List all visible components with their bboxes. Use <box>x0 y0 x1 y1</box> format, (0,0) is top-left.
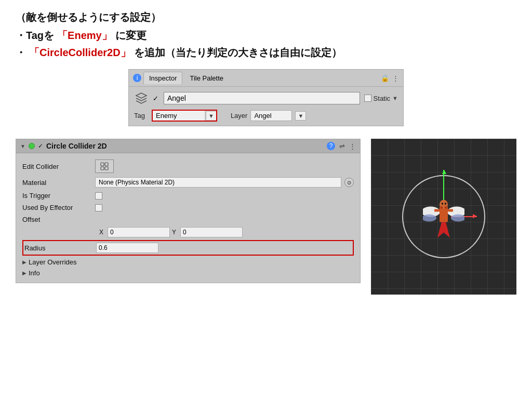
edit-collider-btn[interactable] <box>95 159 114 173</box>
collider-header-icons: ? ⇌ ⋮ <box>327 142 356 150</box>
svg-rect-13 <box>445 203 446 205</box>
is-trigger-value <box>95 192 354 200</box>
collider-header: ▼ ✓ Circle Collider 2D ? ⇌ ⋮ <box>16 139 360 153</box>
collapse-triangle-icon[interactable]: ▼ <box>20 143 25 149</box>
info-label: Info <box>29 269 40 277</box>
edit-collider-value <box>95 159 354 173</box>
offset-row: Offset <box>22 214 354 225</box>
game-view <box>371 139 516 295</box>
x-coord-label: X <box>99 229 105 236</box>
tag-input[interactable] <box>153 111 205 121</box>
xy-input-group: X Y <box>99 227 354 237</box>
bullet2-prefix: ・ <box>16 46 26 60</box>
game-view-inner <box>371 139 516 295</box>
static-label: Static <box>374 95 391 102</box>
collider-menu-icon[interactable]: ⋮ <box>349 142 356 150</box>
collider-title: Circle Collider 2D <box>46 142 107 150</box>
is-trigger-row: Is Trigger <box>22 190 354 202</box>
bullet-item-2: ・ 「CircleCollider2D」 を追加（当たり判定の大きさは自由に設定… <box>16 46 516 60</box>
svg-rect-11 <box>448 209 453 212</box>
used-by-effector-label: Used By Effector <box>22 204 95 211</box>
material-input[interactable] <box>95 177 341 188</box>
y-input[interactable] <box>180 227 243 237</box>
layer-label: Layer <box>231 112 248 119</box>
info-arrow-icon: ▶ <box>22 270 26 276</box>
bottom-section: ▼ ✓ Circle Collider 2D ? ⇌ ⋮ Edit Collid… <box>16 139 516 295</box>
svg-rect-12 <box>442 203 443 205</box>
used-by-effector-value <box>95 204 354 211</box>
inspector-tab-icons: 🔒 ⋮ <box>381 74 399 82</box>
inspector-name-row: ✓ Static ▼ <box>134 91 398 105</box>
edit-collider-label: Edit Collider <box>22 163 95 170</box>
layer-input[interactable] <box>250 110 292 121</box>
layer-overrides-arrow-icon: ▶ <box>22 259 26 265</box>
object-name-input[interactable] <box>164 92 360 104</box>
is-trigger-label: Is Trigger <box>22 192 95 200</box>
tab-inspector[interactable]: Inspector <box>143 72 182 84</box>
layer-overrides-row[interactable]: ▶ Layer Overrides <box>22 257 354 268</box>
bullet2-highlight: 「CircleCollider2D」 <box>29 46 131 60</box>
settings-icon[interactable]: ⇌ <box>339 142 345 150</box>
inspector-panel: i Inspector Tile Palette 🔒 ⋮ ✓ Static ▼ <box>128 69 404 126</box>
static-arrow[interactable]: ▼ <box>392 95 398 101</box>
used-by-effector-checkbox[interactable] <box>95 204 102 211</box>
bullet2-suffix: を追加（当たり判定の大きさは自由に設定） <box>134 46 342 60</box>
collider-active-circle[interactable] <box>29 143 35 149</box>
radius-input[interactable] <box>96 243 158 253</box>
bullet1-highlight: 「Enemy」 <box>57 29 112 43</box>
checkbox-name[interactable]: ✓ <box>153 95 158 102</box>
bullet1-prefix: ・Tagを <box>16 29 54 43</box>
header-line1: （敵を倒せるようにする設定） <box>16 10 516 24</box>
xy-row: X Y <box>22 225 354 239</box>
info-icon: i <box>133 74 141 82</box>
svg-rect-14 <box>441 207 443 209</box>
layer-overrides-label: Layer Overrides <box>29 258 76 266</box>
edit-collider-row: Edit Collider <box>22 157 354 175</box>
is-trigger-checkbox[interactable] <box>95 192 102 200</box>
tag-box: ▼ <box>152 110 217 122</box>
svg-rect-0 <box>101 163 104 166</box>
layer-area: Layer ▼ <box>231 110 306 121</box>
static-checkbox[interactable] <box>364 95 371 102</box>
collider-checkbox[interactable]: ✓ <box>38 142 43 150</box>
bullet1-suffix: に変更 <box>115 29 147 43</box>
menu-icon[interactable]: ⋮ <box>392 74 399 82</box>
layer-dropdown-arrow[interactable]: ▼ <box>295 111 306 121</box>
lock-icon[interactable]: 🔒 <box>381 74 389 82</box>
bullet-item-1: ・Tagを 「Enemy」 に変更 <box>16 29 516 43</box>
svg-rect-10 <box>434 209 440 212</box>
radius-label: Radius <box>23 244 96 252</box>
info-row[interactable]: ▶ Info <box>22 268 354 278</box>
svg-rect-1 <box>105 163 108 166</box>
angel-sprite <box>423 191 464 248</box>
inspector-body: ✓ Static ▼ Tag ▼ Layer ▼ <box>129 87 403 126</box>
question-icon[interactable]: ? <box>327 142 335 150</box>
y-coord-label: Y <box>172 229 178 236</box>
material-picker-btn[interactable]: ⊙ <box>344 178 354 187</box>
inspector-tab-bar: i Inspector Tile Palette 🔒 ⋮ <box>129 70 403 87</box>
svg-rect-2 <box>101 167 104 170</box>
x-input[interactable] <box>108 227 170 237</box>
inspector-tag-row: Tag ▼ Layer ▼ <box>134 110 398 122</box>
collider-panel: ▼ ✓ Circle Collider 2D ? ⇌ ⋮ Edit Collid… <box>16 139 361 283</box>
material-row: Material ⊙ <box>22 175 354 190</box>
material-label: Material <box>22 179 95 187</box>
tag-dropdown-arrow[interactable]: ▼ <box>206 112 216 120</box>
material-value: ⊙ <box>95 177 354 188</box>
tag-label: Tag <box>134 112 149 119</box>
offset-label: Offset <box>22 216 95 223</box>
tab-tile-palette[interactable]: Tile Palette <box>184 72 229 84</box>
used-by-effector-row: Used By Effector <box>22 202 354 214</box>
cube-icon <box>134 91 149 105</box>
radius-row: Radius <box>22 240 354 256</box>
collider-body: Edit Collider Material <box>16 153 360 283</box>
static-area: Static ▼ <box>364 95 398 102</box>
svg-rect-15 <box>445 207 447 209</box>
svg-rect-3 <box>105 167 108 170</box>
